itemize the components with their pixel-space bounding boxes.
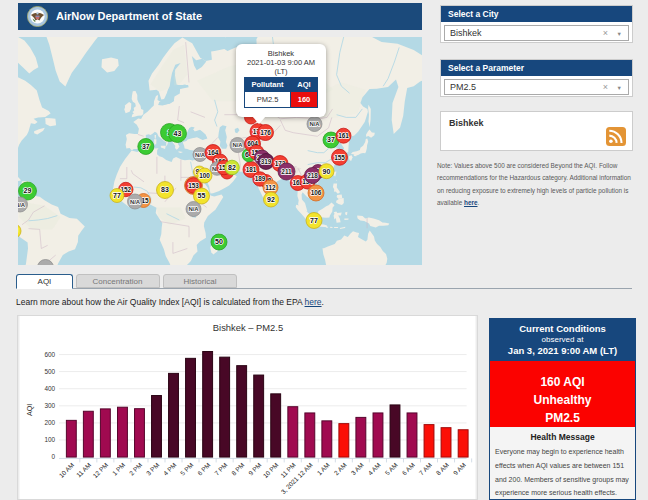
svg-text:176: 176 <box>260 129 271 136</box>
svg-text:153: 153 <box>188 182 199 189</box>
svg-text:43: 43 <box>174 130 182 137</box>
svg-text:112: 112 <box>265 184 276 191</box>
svg-text:400: 400 <box>44 385 55 392</box>
svg-text:181: 181 <box>246 166 257 173</box>
svg-text:N/A: N/A <box>18 202 26 208</box>
svg-text:100: 100 <box>44 436 55 443</box>
svg-text:29: 29 <box>24 187 32 194</box>
svg-text:100: 100 <box>199 172 210 179</box>
svg-text:600: 600 <box>44 351 55 358</box>
svg-text:92: 92 <box>267 196 275 203</box>
svg-text:83: 83 <box>161 186 169 193</box>
svg-text:211: 211 <box>281 168 292 175</box>
svg-text:N/A: N/A <box>195 152 206 158</box>
svg-text:AQI: AQI <box>26 404 34 416</box>
svg-text:161: 161 <box>338 132 349 139</box>
svg-text:155: 155 <box>334 154 345 161</box>
svg-text:82: 82 <box>228 164 236 171</box>
svg-text:319: 319 <box>261 158 272 165</box>
svg-text:55: 55 <box>198 192 206 199</box>
svg-text:189: 189 <box>255 175 266 182</box>
svg-text:50: 50 <box>215 238 223 245</box>
svg-text:300: 300 <box>44 402 55 409</box>
svg-text:0: 0 <box>52 453 56 460</box>
svg-text:37: 37 <box>142 143 150 150</box>
svg-text:Bishkek – PM2.5: Bishkek – PM2.5 <box>213 322 283 333</box>
svg-text:N/A: N/A <box>309 121 320 127</box>
svg-text:90: 90 <box>323 168 331 175</box>
svg-text:106: 106 <box>311 189 322 196</box>
svg-text:N/A: N/A <box>188 206 199 212</box>
svg-text:500: 500 <box>44 368 55 375</box>
svg-text:200: 200 <box>44 419 55 426</box>
svg-text:N/A: N/A <box>130 199 141 205</box>
svg-text:77: 77 <box>310 217 318 224</box>
svg-text:N/A: N/A <box>232 142 243 148</box>
svg-text:37: 37 <box>327 136 335 143</box>
svg-text:218: 218 <box>307 172 318 179</box>
svg-text:77: 77 <box>113 192 121 199</box>
